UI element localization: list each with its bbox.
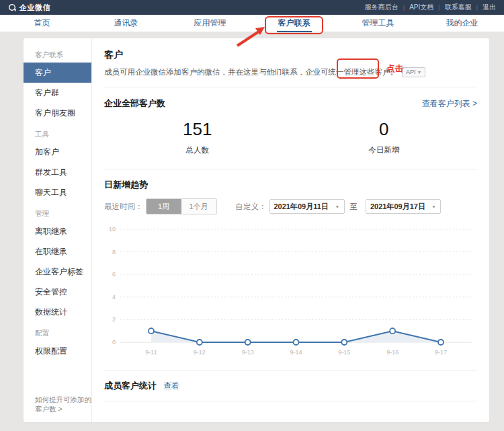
- sidebar-footer-link[interactable]: 如何提升可添加的客户数 >: [35, 395, 91, 414]
- tab-home[interactable]: 首页: [0, 15, 84, 32]
- sidebar-item-resigned-handover[interactable]: 离职继承: [24, 221, 91, 241]
- svg-text:9-14: 9-14: [290, 349, 302, 356]
- main-content: 客户 成员可用企业微信添加客户的微信，并在这里与他们联系，企业可统一管理这些客户…: [92, 38, 489, 422]
- main-nav: 首页 通讯录 应用管理 客户联系 管理工具 我的企业: [0, 15, 504, 32]
- date-to-select[interactable]: 2021年09月17日 ▼: [366, 199, 441, 214]
- sidebar-item-security-control[interactable]: 安全管控: [24, 282, 91, 302]
- svg-text:0: 0: [112, 339, 116, 346]
- to-label: 至: [350, 202, 358, 212]
- link-provider-console[interactable]: 服务商后台: [365, 3, 398, 12]
- sidebar-item-broadcast-tool[interactable]: 群发工具: [24, 162, 91, 182]
- wecom-logo-icon: [8, 3, 17, 12]
- tab-apps[interactable]: 应用管理: [168, 15, 252, 32]
- view-customer-list-link[interactable]: 查看客户列表 >: [422, 98, 477, 110]
- sidebar-group-tools: 工具: [24, 123, 91, 142]
- line-chart-svg: 02468109-119-129-139-149-159-169-17: [104, 220, 477, 361]
- page-description-row: 成员可用企业微信添加客户的微信，并在这里与他们联系，企业可统一管理这些客户。 A…: [104, 67, 477, 77]
- svg-text:9-13: 9-13: [242, 349, 254, 356]
- sidebar-group-customer-contact: 客户联系: [24, 44, 91, 63]
- svg-text:9-11: 9-11: [145, 349, 157, 356]
- sidebar-item-customers[interactable]: 客户: [24, 63, 91, 83]
- svg-text:9-16: 9-16: [386, 349, 398, 356]
- divider: [104, 401, 477, 401]
- stat-new-today-label: 今日新增: [291, 145, 478, 155]
- brand: 企业微信: [8, 3, 50, 13]
- tab-admin-tools[interactable]: 管理工具: [336, 15, 420, 32]
- caret-down-icon: ▼: [335, 204, 340, 209]
- topbar: 企业微信 服务商后台 | API文档 | 联系客服 | 退出: [0, 0, 504, 15]
- api-dropdown-button[interactable]: API ▼: [402, 67, 425, 77]
- stat-total-value: 151: [104, 119, 291, 140]
- sidebar: 客户联系 客户 客户群 客户朋友圈 工具 加客户 群发工具 聊天工具 管理 离职…: [24, 38, 92, 422]
- divider: |: [476, 4, 478, 11]
- tab-my-company[interactable]: 我的企业: [420, 15, 504, 32]
- svg-text:10: 10: [109, 226, 116, 233]
- custom-range-label: 自定义：: [236, 202, 267, 212]
- stat-new-today: 0 今日新增: [291, 119, 478, 155]
- stat-total-label: 总人数: [104, 145, 291, 155]
- brand-name: 企业微信: [19, 3, 50, 13]
- total-customers-section-header: 企业全部客户数 查看客户列表 >: [104, 97, 477, 110]
- member-stats-title: 成员客户统计: [104, 380, 157, 392]
- tab-customer-contact[interactable]: 客户联系: [252, 15, 336, 32]
- stats-row: 151 总人数 0 今日新增: [104, 119, 477, 155]
- sidebar-item-data-statistics[interactable]: 数据统计: [24, 302, 91, 322]
- sidebar-group-management: 管理: [24, 202, 91, 221]
- link-logout[interactable]: 退出: [482, 3, 496, 12]
- trend-line-chart: 02468109-119-129-139-149-159-169-17: [104, 220, 477, 364]
- chevron-down-icon: ▼: [417, 70, 422, 75]
- link-api-docs[interactable]: API文档: [409, 3, 433, 12]
- sidebar-item-add-customers[interactable]: 加客户: [24, 142, 91, 162]
- svg-text:4: 4: [112, 294, 116, 301]
- range-1-week-button[interactable]: 1周: [146, 199, 181, 214]
- link-contact-support[interactable]: 联系客服: [445, 3, 472, 12]
- recent-time-label: 最近时间：: [104, 202, 143, 212]
- svg-text:6: 6: [112, 271, 116, 278]
- svg-text:9-15: 9-15: [338, 349, 350, 356]
- member-stats-view-link[interactable]: 查看: [163, 381, 179, 392]
- svg-text:2: 2: [112, 316, 116, 323]
- svg-text:9-12: 9-12: [194, 349, 206, 356]
- divider: |: [438, 4, 439, 11]
- sidebar-item-permission-config[interactable]: 权限配置: [24, 341, 91, 361]
- sidebar-item-chat-tool[interactable]: 聊天工具: [24, 182, 91, 202]
- trend-controls: 最近时间： 1周 1个月 自定义： 2021年09月11日 ▼ 至 2021年0…: [104, 198, 477, 214]
- sidebar-item-corp-customer-tags[interactable]: 企业客户标签: [24, 262, 91, 282]
- caret-down-icon: ▼: [431, 204, 436, 209]
- page-title: 客户: [104, 49, 477, 61]
- total-customers-title: 企业全部客户数: [104, 97, 165, 110]
- svg-text:9-17: 9-17: [435, 349, 447, 356]
- date-from-select[interactable]: 2021年09月11日 ▼: [269, 199, 345, 214]
- sidebar-item-active-handover[interactable]: 在职继承: [24, 241, 91, 262]
- sidebar-item-customer-moments[interactable]: 客户朋友圈: [24, 103, 91, 123]
- time-range-segmented-control: 1周 1个月: [146, 198, 217, 214]
- divider: [104, 87, 477, 87]
- tab-contacts[interactable]: 通讯录: [84, 15, 168, 32]
- sidebar-group-config: 配置: [24, 322, 91, 341]
- divider: [104, 169, 477, 169]
- divider: |: [403, 4, 405, 11]
- member-stats-row: 成员客户统计 查看: [104, 371, 477, 401]
- sidebar-item-customer-groups[interactable]: 客户群: [24, 83, 91, 103]
- stat-total: 151 总人数: [104, 119, 291, 155]
- range-1-month-button[interactable]: 1个月: [181, 199, 216, 214]
- page-description: 成员可用企业微信添加客户的微信，并在这里与他们联系，企业可统一管理这些客户。: [104, 67, 398, 77]
- stat-new-today-value: 0: [291, 119, 478, 140]
- svg-text:8: 8: [112, 249, 116, 256]
- topbar-links: 服务商后台 | API文档 | 联系客服 | 退出: [365, 3, 496, 12]
- trend-section-title: 日新增趋势: [104, 179, 477, 191]
